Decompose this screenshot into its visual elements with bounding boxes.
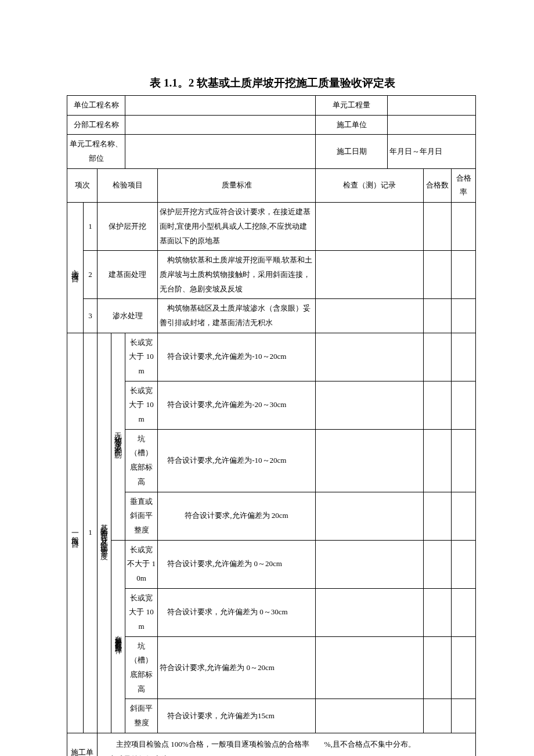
table-row: 施工单位自评意见 主控项目检验点 100%合格，一般项目逐项检验点的合格率 %,…: [67, 733, 476, 756]
general-row-std: 符合设计要求，允许偏差为 0～30cm: [158, 588, 316, 636]
col-check-record: 检查（测）记录: [316, 168, 424, 202]
unit-part-value[interactable]: [125, 135, 316, 168]
table-row: 3 渗水处理 构筑物基础区及土质岸坡渗水（含泉眼）妥善引排或封堵，建基面清洁无积…: [67, 299, 476, 333]
sub-project-name-label: 分部工程名称: [67, 115, 125, 135]
general-row-label: 斜面平整度: [125, 699, 158, 733]
table-row: 一般项目 1 基坑断面尺寸及开挖面平整度 无结构要求或无配筋 长或宽大于 10m…: [67, 333, 476, 381]
construction-date-label: 施工日期: [316, 135, 388, 168]
general-item-no: 1: [84, 333, 98, 733]
general-row-label: 坑（槽）底部标高: [125, 636, 158, 699]
pass-count-cell[interactable]: [424, 540, 452, 588]
unit-project-qty-value[interactable]: [388, 96, 476, 116]
col-inspect-item: 检验项目: [98, 168, 158, 202]
table-row: 单位工程名称 单元工程量: [67, 96, 476, 116]
general-row-std: 符合设计要求,允许偏差为-10～20cm: [158, 333, 316, 381]
pass-rate-cell[interactable]: [452, 636, 476, 699]
general-row-std: 符合设计要求，允许偏差为15cm: [158, 699, 316, 733]
table-row: 主控项目 1 保护层开挖 保护层开挖方式应符合设计要求，在接近建基面时,宜使用小…: [67, 203, 476, 251]
table-row: 垂直或斜面平整度 符合设计要求,允许偏差为 20cm: [67, 492, 476, 540]
general-row-std: 符合设计要求,允许偏差为 0～20cm: [158, 636, 316, 699]
general-row-std: 符合设计要求,允许偏差为-20～30cm: [158, 381, 316, 429]
col-pass-count: 合格数: [424, 168, 452, 202]
main-group-label: 主控项目: [67, 203, 84, 333]
main-item-no: 3: [84, 299, 98, 333]
check-record-cell[interactable]: [316, 540, 424, 588]
construction-unit-value[interactable]: [388, 115, 476, 135]
col-pass-rate: 合格率: [452, 168, 476, 202]
pass-count-cell[interactable]: [424, 636, 452, 699]
subgroup-has-rebar: 有结构要求有配筋预埋件: [111, 540, 125, 733]
main-item-std: 构筑物基础区及土质岸坡渗水（含泉眼）妥善引排或封堵，建基面清洁无积水: [158, 299, 316, 333]
pass-rate-cell[interactable]: [452, 492, 476, 540]
main-item-name: 建基面处理: [98, 251, 158, 299]
pass-count-cell[interactable]: [424, 299, 452, 333]
general-row-std: 符合设计要求,允许偏差为 0～20cm: [158, 540, 316, 588]
check-record-cell[interactable]: [316, 251, 424, 299]
check-record-cell[interactable]: [316, 588, 424, 636]
self-opinion-text2: 工序质量等级评定为:: [101, 752, 472, 756]
unit-project-name-value[interactable]: [125, 96, 316, 116]
pass-rate-cell[interactable]: [452, 429, 476, 492]
main-item-std: 保护层开挖方式应符合设计要求，在接近建基面时,宜使用小型机具或人工挖除,不应扰动…: [158, 203, 316, 251]
subgroup-no-rebar: 无结构要求或无配筋: [111, 333, 125, 540]
construction-unit-label: 施工单位: [316, 115, 388, 135]
table-row: 坑（槽）底部标高 符合设计要求,允许偏差为 0～20cm: [67, 636, 476, 699]
table-row: 项次 检验项目 质量标准 检查（测）记录 合格数 合格率: [67, 168, 476, 202]
general-row-label: 长或宽不大于 10m: [125, 540, 158, 588]
main-item-name: 渗水处理: [98, 299, 158, 333]
general-row-std: 符合设计要求,允许偏差为-10～20cm: [158, 429, 316, 492]
pass-count-cell[interactable]: [424, 203, 452, 251]
general-row-label: 垂直或斜面平整度: [125, 492, 158, 540]
general-row-label: 长或宽大于 10m: [125, 588, 158, 636]
pass-rate-cell[interactable]: [452, 333, 476, 381]
pass-rate-cell[interactable]: [452, 251, 476, 299]
main-item-no: 2: [84, 251, 98, 299]
general-row-label: 长或宽大于 10m: [125, 381, 158, 429]
pass-rate-cell[interactable]: [452, 203, 476, 251]
pass-count-cell[interactable]: [424, 333, 452, 381]
main-item-name: 保护层开挖: [98, 203, 158, 251]
page-title: 表 1.1。2 软基或土质岸坡开挖施工质量验收评定表: [67, 75, 467, 91]
construction-date-value[interactable]: 年月日～年月日: [388, 135, 476, 168]
table-row: 有结构要求有配筋预埋件 长或宽不大于 10m 符合设计要求,允许偏差为 0～20…: [67, 540, 476, 588]
general-outer-name: 基坑断面尺寸及开挖面平整度: [98, 333, 111, 733]
check-record-cell[interactable]: [316, 492, 424, 540]
pass-rate-cell[interactable]: [452, 588, 476, 636]
sub-project-name-value[interactable]: [125, 115, 316, 135]
pass-rate-cell[interactable]: [452, 299, 476, 333]
check-record-cell[interactable]: [316, 333, 424, 381]
unit-project-qty-label: 单元工程量: [316, 96, 388, 116]
check-record-cell[interactable]: [316, 699, 424, 733]
table-row: 单元工程名称、部位 施工日期 年月日～年月日: [67, 135, 476, 168]
pass-count-cell[interactable]: [424, 492, 452, 540]
self-opinion-cell[interactable]: 主控项目检验点 100%合格，一般项目逐项检验点的合格率 %,且不合格点不集中分…: [98, 733, 476, 756]
general-row-label: 长或宽大于 10m: [125, 333, 158, 381]
main-item-no: 1: [84, 203, 98, 251]
unit-project-name-label: 单位工程名称: [67, 96, 125, 116]
check-record-cell[interactable]: [316, 429, 424, 492]
check-record-cell[interactable]: [316, 381, 424, 429]
check-record-cell[interactable]: [316, 636, 424, 699]
pass-rate-cell[interactable]: [452, 381, 476, 429]
general-row-std: 符合设计要求,允许偏差为 20cm: [158, 492, 316, 540]
pass-rate-cell[interactable]: [452, 540, 476, 588]
pass-count-cell[interactable]: [424, 251, 452, 299]
check-record-cell[interactable]: [316, 203, 424, 251]
self-opinion-text1: 主控项目检验点 100%合格，一般项目逐项检验点的合格率 %,且不合格点不集中分…: [101, 737, 472, 752]
self-opinion-label: 施工单位自评意见: [67, 733, 98, 756]
pass-count-cell[interactable]: [424, 381, 452, 429]
col-item-no: 项次: [67, 168, 98, 202]
check-record-cell[interactable]: [316, 299, 424, 333]
general-row-label: 坑（槽）底部标高: [125, 429, 158, 492]
pass-count-cell[interactable]: [424, 588, 452, 636]
pass-count-cell[interactable]: [424, 429, 452, 492]
pass-rate-cell[interactable]: [452, 699, 476, 733]
evaluation-table: 单位工程名称 单元工程量 分部工程名称 施工单位 单元工程名称、部位 施工日期 …: [67, 95, 476, 756]
table-row: 斜面平整度 符合设计要求，允许偏差为15cm: [67, 699, 476, 733]
table-row: 2 建基面处理 构筑物软基和土质岸坡开挖面平顺.软基和土质岸坡与土质构筑物接触时…: [67, 251, 476, 299]
general-group-label: 一般项目: [67, 333, 84, 733]
table-row: 坑（槽）底部标高 符合设计要求,允许偏差为-10～20cm: [67, 429, 476, 492]
table-row: 分部工程名称 施工单位: [67, 115, 476, 135]
table-row: 长或宽大于 10m 符合设计要求,允许偏差为-20～30cm: [67, 381, 476, 429]
pass-count-cell[interactable]: [424, 699, 452, 733]
